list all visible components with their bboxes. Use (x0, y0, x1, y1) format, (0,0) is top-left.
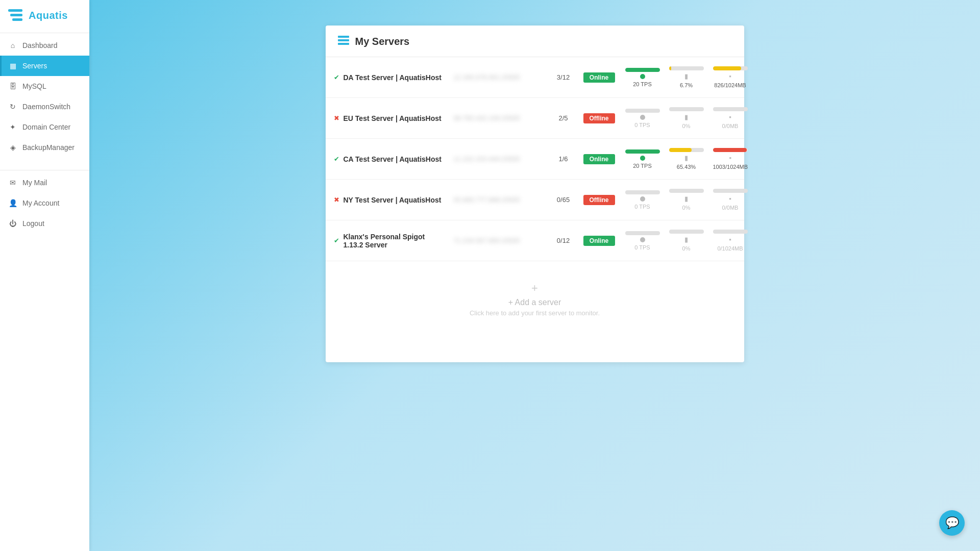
add-server-label: + Add a server (508, 298, 561, 307)
sidebar-item-label: MySQL (22, 82, 46, 90)
sidebar-item-label: Domain Center (22, 123, 70, 131)
sidebar-item-label: BackupManager (22, 143, 75, 152)
cpu-icon-row: ▮ (684, 113, 688, 121)
status-badge: Online (583, 236, 615, 246)
logo-area: Aquatis (0, 0, 89, 31)
ram-label: 826/1024MB (714, 82, 746, 88)
status-badge: Online (583, 154, 615, 164)
chat-icon: 💬 (945, 516, 959, 530)
tps-metric: 0 TPS (625, 190, 660, 210)
cpu-bar-outer (669, 66, 704, 70)
ram-label: 1003/1024MB (713, 164, 748, 170)
server-ip: 98.765.432.109:25565 (454, 115, 546, 122)
ram-bar-outer (713, 230, 748, 234)
add-server-plus-icon: + (531, 282, 538, 295)
ram-icon-row: ▪ (729, 113, 731, 121)
ram-icon-row: ▪ (729, 154, 731, 162)
sidebar-item-logout[interactable]: ⏻ Logout (0, 213, 89, 234)
chat-button[interactable]: 💬 (939, 510, 965, 536)
tps-label: 0 TPS (634, 122, 650, 128)
server-row[interactable]: ✖ NY Test Server | AquatisHost 55.666.77… (326, 180, 744, 220)
cpu-label: 65.43% (677, 164, 696, 170)
svg-rect-4 (338, 39, 349, 41)
logo-text: Aquatis (29, 10, 68, 21)
sidebar-nav: ⌂ Dashboard ▦ Servers 🗄 MySQL ↻ DaemonSw… (0, 35, 89, 551)
status-badge: Offline (583, 195, 615, 205)
tps-metric: 20 TPS (625, 149, 660, 169)
tps-dot (640, 115, 645, 120)
server-row[interactable]: ✔ Klanx's Personal Spigot 1.13.2 Server … (326, 220, 744, 261)
cpu-bar-outer (669, 107, 704, 111)
status-badge: Offline (583, 113, 615, 123)
metrics-area: 0 TPS ▮ 0% ▪ 0/1024MB (625, 230, 748, 252)
cpu-label: 0% (682, 245, 691, 252)
server-row[interactable]: ✔ CA Test Server | AquatisHost 11.222.33… (326, 139, 744, 180)
server-name: Klanx's Personal Spigot 1.13.2 Server (344, 233, 446, 249)
ram-label: 0/1024MB (717, 245, 743, 252)
server-name: EU Test Server | AquatisHost (344, 114, 446, 122)
sidebar-item-backup-manager[interactable]: ◈ BackupManager (0, 137, 89, 158)
cpu-icon: ▮ (684, 113, 688, 121)
sidebar-item-label: My Mail (22, 179, 47, 187)
database-icon: 🗄 (8, 82, 17, 90)
cpu-metric: ▮ 0% (669, 230, 704, 252)
server-row[interactable]: ✖ EU Test Server | AquatisHost 98.765.43… (326, 98, 744, 139)
tps-label: 20 TPS (633, 163, 652, 169)
sidebar-item-label: My Account (22, 199, 59, 207)
cpu-icon: ▮ (684, 72, 688, 80)
logo-icon (8, 9, 23, 21)
sidebar-item-label: Dashboard (22, 41, 58, 49)
cpu-icon-row: ▮ (684, 195, 688, 203)
tps-dot (640, 196, 645, 202)
metrics-area: 0 TPS ▮ 0% ▪ 0/0MB (625, 189, 748, 211)
metrics-area: 20 TPS ▮ 65.43% ▪ 1003/1024MB (625, 148, 748, 170)
tps-label: 20 TPS (633, 81, 652, 87)
ram-metric: ▪ 1003/1024MB (713, 148, 748, 170)
cpu-label: 0% (682, 123, 691, 129)
sidebar-item-mysql[interactable]: 🗄 MySQL (0, 76, 89, 96)
sidebar-item-label: Servers (22, 62, 47, 70)
tps-icon-row (640, 196, 645, 202)
server-row[interactable]: ✔ DA Test Server | AquatisHost 12.345.67… (326, 57, 744, 98)
tps-metric: 0 TPS (625, 231, 660, 251)
cpu-metric: ▮ 6.7% (669, 66, 704, 88)
tps-label: 0 TPS (634, 244, 650, 251)
tps-dot (640, 237, 645, 242)
sidebar-item-dashboard[interactable]: ⌂ Dashboard (0, 35, 89, 56)
server-status-icon: ✔ (334, 237, 339, 244)
server-players: 3/12 (551, 73, 576, 81)
cpu-label: 6.7% (680, 82, 693, 88)
sidebar-item-servers[interactable]: ▦ Servers (0, 56, 89, 76)
sync-icon: ↻ (8, 103, 17, 111)
server-ip: 11.222.333.444:25565 (454, 156, 546, 163)
server-status-icon: ✖ (334, 114, 339, 122)
ram-bar-outer (713, 148, 748, 152)
server-players: 2/5 (551, 114, 576, 122)
cpu-metric: ▮ 0% (669, 107, 704, 129)
panel-title: My Servers (355, 36, 410, 47)
sidebar-item-domain-center[interactable]: ✦ Domain Center (0, 117, 89, 137)
ram-bar-inner (713, 66, 741, 70)
tps-bar-outer (625, 231, 660, 235)
sidebar-item-label: DaemonSwitch (22, 103, 70, 111)
ram-label: 0/0MB (722, 123, 739, 129)
ram-icon-row: ▪ (729, 195, 731, 203)
tps-dot (640, 156, 645, 161)
ram-metric: ▪ 0/0MB (713, 107, 748, 129)
cpu-icon-row: ▮ (684, 154, 688, 162)
sidebar-item-my-mail[interactable]: ✉ My Mail (0, 172, 89, 193)
server-name: DA Test Server | AquatisHost (344, 73, 446, 82)
tps-icon-row (640, 237, 645, 242)
sidebar-item-my-account[interactable]: 👤 My Account (0, 193, 89, 213)
server-ip: 12.345.678.901:25565 (454, 74, 546, 81)
tps-icon-row (640, 74, 645, 79)
main-content: My Servers ✔ DA Test Server | AquatisHos… (89, 0, 980, 551)
sidebar-item-daemonswitch[interactable]: ↻ DaemonSwitch (0, 96, 89, 117)
ram-bar-outer (713, 107, 748, 111)
ram-icon-row: ▪ (729, 72, 731, 80)
tps-bar-outer (625, 68, 660, 72)
ram-icon: ▪ (729, 154, 731, 162)
cpu-icon-row: ▮ (684, 72, 688, 80)
add-server-area[interactable]: + + Add a server Click here to add your … (326, 261, 744, 337)
envelope-icon: ✉ (8, 179, 17, 187)
